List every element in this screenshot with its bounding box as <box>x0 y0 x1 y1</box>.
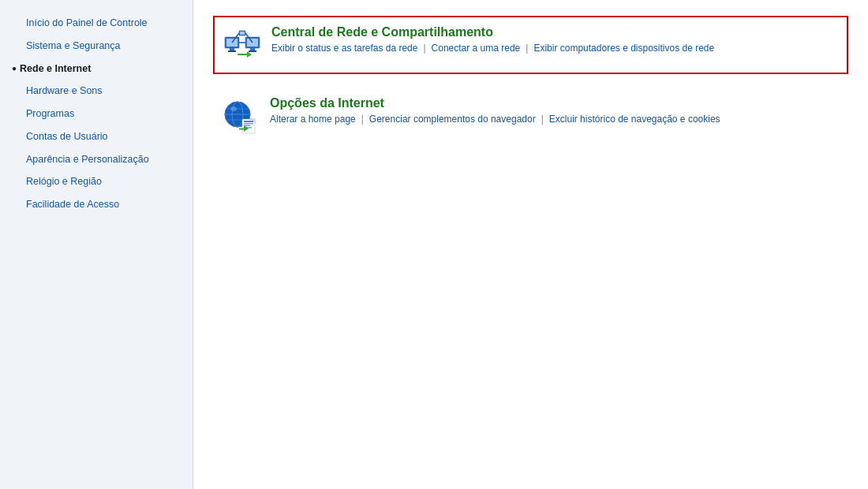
svg-rect-23 <box>244 123 253 125</box>
sidebar-item-sistema[interactable]: Sistema e Segurança <box>12 39 181 54</box>
link-separator: | <box>423 43 425 54</box>
category-link-central-rede-0[interactable]: Exibir o status e as tarefas da rede <box>271 43 417 54</box>
sidebar-item-label: Hardware e Sons <box>26 84 103 99</box>
category-block-central-rede: Central de Rede e CompartilhamentoExibir… <box>213 16 848 74</box>
sidebar-item-label: Programas <box>26 106 74 121</box>
sidebar-item-relogio[interactable]: Relógio e Região <box>12 174 181 189</box>
svg-rect-2 <box>230 48 234 50</box>
category-links-opcoes-internet: Alterar a home page|Gerenciar complement… <box>270 114 840 125</box>
svg-marker-13 <box>238 51 252 58</box>
sidebar: Início do Painel de ControleSistema e Se… <box>0 0 193 489</box>
svg-rect-7 <box>249 50 256 52</box>
svg-rect-24 <box>244 125 250 127</box>
sidebar-item-label: Contas de Usuário <box>26 129 108 144</box>
sidebar-item-label: Relógio e Região <box>26 174 102 189</box>
category-text-central-rede: Central de Rede e CompartilhamentoExibir… <box>271 25 839 54</box>
sidebar-item-rede[interactable]: ●Rede e Internet <box>12 62 181 77</box>
svg-point-20 <box>230 106 237 111</box>
category-link-opcoes-internet-0[interactable]: Alterar a home page <box>270 114 356 125</box>
link-separator: | <box>361 114 364 125</box>
sidebar-item-facilidade[interactable]: Facilidade de Acesso <box>12 197 181 212</box>
internet-options-icon <box>221 96 260 136</box>
category-link-opcoes-internet-2[interactable]: Excluir histórico de navegação e cookies <box>549 114 720 125</box>
svg-rect-3 <box>228 50 236 52</box>
sidebar-item-label: Início do Painel de Controle <box>26 16 148 31</box>
network-icon <box>223 25 262 65</box>
svg-rect-6 <box>250 48 255 50</box>
svg-rect-22 <box>244 121 253 122</box>
sidebar-item-programas[interactable]: Programas <box>12 106 181 121</box>
sidebar-item-label: Aparência e Personalização <box>26 152 149 167</box>
sidebar-item-inicio[interactable]: Início do Painel de Controle <box>12 16 181 31</box>
sidebar-item-label: Facilidade de Acesso <box>26 197 119 212</box>
category-link-central-rede-2[interactable]: Exibir computadores e dispositivos de re… <box>533 43 714 54</box>
sidebar-item-aparencia[interactable]: Aparência e Personalização <box>12 152 181 167</box>
category-links-central-rede: Exibir o status e as tarefas da rede|Con… <box>271 43 839 54</box>
svg-rect-9 <box>240 32 245 35</box>
category-link-opcoes-internet-1[interactable]: Gerenciar complementos do navegador <box>369 114 536 125</box>
category-title-opcoes-internet[interactable]: Opções da Internet <box>270 96 840 110</box>
sidebar-item-label: Rede e Internet <box>20 62 91 77</box>
link-separator: | <box>541 114 544 125</box>
link-separator: | <box>526 43 528 54</box>
sidebar-item-hardware[interactable]: Hardware e Sons <box>12 84 181 99</box>
category-block-opcoes-internet: Opções da InternetAlterar a home page|Ge… <box>213 88 848 144</box>
category-text-opcoes-internet: Opções da InternetAlterar a home page|Ge… <box>270 96 840 125</box>
category-link-central-rede-1[interactable]: Conectar a uma rede <box>432 43 521 54</box>
active-bullet-icon: ● <box>12 62 17 74</box>
sidebar-item-contas[interactable]: Contas de Usuário <box>12 129 181 144</box>
sidebar-item-label: Sistema e Segurança <box>26 39 121 54</box>
category-title-central-rede[interactable]: Central de Rede e Compartilhamento <box>271 25 839 39</box>
main-content: Central de Rede e CompartilhamentoExibir… <box>193 0 868 489</box>
